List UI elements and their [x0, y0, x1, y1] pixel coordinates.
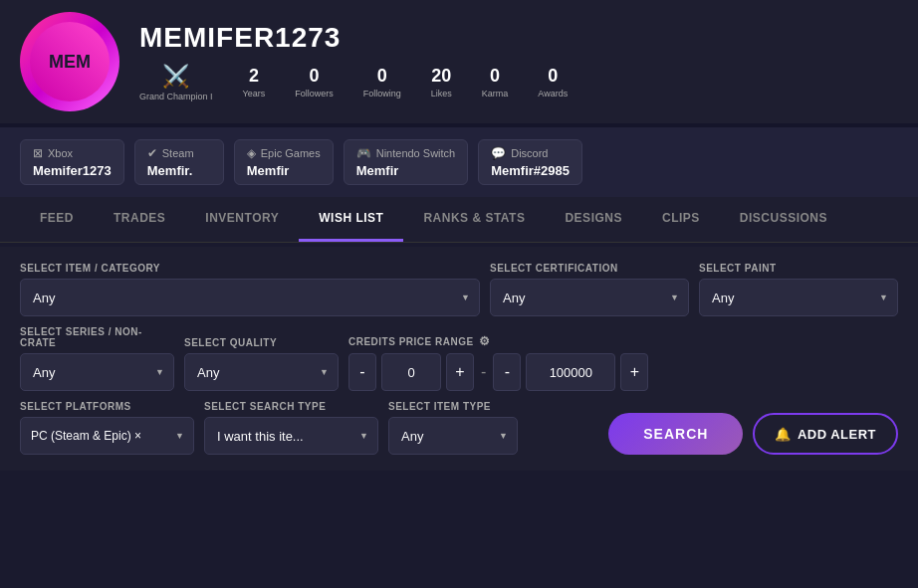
- stat-awards-label: Awards: [538, 89, 568, 98]
- stat-likes: 20 Likes: [431, 66, 452, 98]
- filter-item-category: SELECT ITEM / CATEGORY Any: [20, 263, 480, 316]
- item-type-select[interactable]: Any: [388, 417, 518, 455]
- search-type-label: SELECT SEARCH TYPE: [204, 401, 378, 412]
- search-button[interactable]: SEARCH: [608, 413, 743, 455]
- epic-username: Memfir: [247, 163, 321, 178]
- profile-header: MEM MEMIFER1273 ⚔️ Grand Champion I 2 Ye…: [0, 0, 918, 123]
- profile-username: MEMIFER1273: [139, 22, 898, 54]
- filter-platforms: SELECT PLATFORMS PC (Steam & Epic) ×: [20, 401, 194, 455]
- filter-row-2: SELECT SERIES / NON-CRATE Any SELECT QUA…: [20, 326, 898, 391]
- item-type-select-wrapper[interactable]: Any: [388, 417, 518, 455]
- item-category-label: SELECT ITEM / CATEGORY: [20, 263, 480, 274]
- series-select[interactable]: Any: [20, 353, 174, 391]
- filter-row-3: SELECT PLATFORMS PC (Steam & Epic) × SEL…: [20, 401, 898, 455]
- stat-followers-label: Followers: [295, 89, 334, 98]
- filter-quality: SELECT QUALITY Any: [184, 337, 339, 391]
- quality-select-wrapper[interactable]: Any: [184, 353, 339, 391]
- steam-username: Memfir.: [147, 163, 211, 178]
- tab-designs[interactable]: DESIGNS: [545, 197, 642, 242]
- filter-price-range: CREDITS PRICE RANGE ⚙ - + - - +: [348, 334, 898, 391]
- stat-karma-value: 0: [490, 66, 500, 87]
- stat-years-value: 2: [249, 66, 259, 87]
- discord-label: Discord: [511, 147, 548, 159]
- paint-select[interactable]: Any: [699, 279, 898, 316]
- max-decrease-button[interactable]: -: [493, 353, 521, 391]
- avatar-text: MEM: [49, 52, 91, 73]
- item-category-select[interactable]: Any: [20, 279, 480, 316]
- nintendo-label: Nintendo Switch: [376, 147, 456, 159]
- xbox-username: Memifer1273: [33, 163, 112, 178]
- search-type-select[interactable]: I want this ite...: [204, 417, 378, 455]
- price-separator: -: [479, 363, 488, 381]
- rank-badge: ⚔️ Grand Champion I: [139, 64, 213, 102]
- filter-section: SELECT ITEM / CATEGORY Any SELECT CERTIF…: [0, 247, 918, 471]
- stat-followers-value: 0: [309, 66, 319, 87]
- platform-nintendo: 🎮 Nintendo Switch Memfir: [344, 139, 469, 185]
- xbox-label: Xbox: [48, 147, 73, 159]
- steam-label: Steam: [162, 147, 194, 159]
- stat-karma-label: Karma: [482, 89, 509, 98]
- search-type-select-wrapper[interactable]: I want this ite...: [204, 417, 378, 455]
- series-label: SELECT SERIES / NON-CRATE: [20, 326, 174, 348]
- max-price-input[interactable]: [526, 353, 615, 391]
- steam-icon: ✔: [147, 146, 157, 160]
- quality-label: SELECT QUALITY: [184, 337, 339, 348]
- avatar-inner: MEM: [30, 22, 110, 101]
- stat-years-label: Years: [243, 89, 266, 98]
- platform-xbox: ⊠ Xbox Memifer1273: [20, 139, 124, 185]
- platforms-select-wrapper[interactable]: PC (Steam & Epic) ×: [20, 417, 194, 455]
- tab-feed[interactable]: FEED: [20, 197, 94, 242]
- min-decrease-button[interactable]: -: [348, 353, 376, 391]
- discord-username: Memfir#2985: [491, 163, 570, 178]
- price-range-inputs: - + - - +: [348, 353, 898, 391]
- max-increase-button[interactable]: +: [620, 353, 648, 391]
- platform-steam: ✔ Steam Memfir.: [134, 139, 224, 185]
- certification-select[interactable]: Any: [490, 279, 689, 316]
- tab-inventory[interactable]: INVENTORY: [185, 197, 299, 242]
- stat-awards: 0 Awards: [538, 66, 568, 98]
- item-category-select-wrapper[interactable]: Any: [20, 279, 480, 316]
- epic-label: Epic Games: [261, 147, 321, 159]
- platforms-bar: ⊠ Xbox Memifer1273 ✔ Steam Memfir. ◈ Epi…: [0, 127, 918, 197]
- settings-icon: ⚙: [479, 334, 491, 348]
- platforms-select[interactable]: PC (Steam & Epic) ×: [20, 417, 194, 455]
- min-price-input[interactable]: [381, 353, 441, 391]
- stat-followers: 0 Followers: [295, 66, 334, 98]
- price-range-label: CREDITS PRICE RANGE ⚙: [348, 334, 898, 348]
- platform-discord: 💬 Discord Memfir#2985: [478, 139, 582, 185]
- nintendo-username: Memfir: [356, 163, 456, 178]
- certification-label: SELECT CERTIFICATION: [490, 263, 689, 274]
- avatar: MEM: [20, 12, 119, 111]
- discord-icon: 💬: [491, 146, 506, 160]
- stat-following-value: 0: [377, 66, 387, 87]
- filter-certification: SELECT CERTIFICATION Any: [490, 263, 689, 316]
- filter-paint: SELECT PAINT Any: [699, 263, 898, 316]
- filter-item-type: SELECT ITEM TYPE Any: [388, 401, 518, 455]
- item-type-label: SELECT ITEM TYPE: [388, 401, 518, 412]
- stat-following-label: Following: [363, 89, 401, 98]
- filter-series: SELECT SERIES / NON-CRATE Any: [20, 326, 174, 391]
- tab-trades[interactable]: TRADES: [94, 197, 185, 242]
- tab-discussions[interactable]: DISCUSSIONS: [720, 197, 847, 242]
- quality-select[interactable]: Any: [184, 353, 339, 391]
- filter-row-1: SELECT ITEM / CATEGORY Any SELECT CERTIF…: [20, 263, 898, 316]
- stat-following: 0 Following: [363, 66, 401, 98]
- add-alert-button[interactable]: 🔔 ADD ALERT: [753, 413, 898, 455]
- filter-search-type: SELECT SEARCH TYPE I want this ite...: [204, 401, 378, 455]
- stat-awards-value: 0: [548, 66, 558, 87]
- certification-select-wrapper[interactable]: Any: [490, 279, 689, 316]
- series-select-wrapper[interactable]: Any: [20, 353, 174, 391]
- platform-epic: ◈ Epic Games Memfir: [234, 139, 334, 185]
- profile-stats: ⚔️ Grand Champion I 2 Years 0 Followers …: [139, 64, 898, 102]
- rank-icon: ⚔️: [162, 64, 189, 90]
- min-increase-button[interactable]: +: [446, 353, 474, 391]
- stat-likes-value: 20: [431, 66, 451, 87]
- nintendo-icon: 🎮: [356, 146, 371, 160]
- paint-select-wrapper[interactable]: Any: [699, 279, 898, 316]
- tab-ranks-stats[interactable]: RANKS & STATS: [403, 197, 545, 242]
- navigation-tabs: FEED TRADES INVENTORY WISH LIST RANKS & …: [0, 197, 918, 243]
- tab-clips[interactable]: CLIPS: [642, 197, 720, 242]
- tab-wish-list[interactable]: WISH LIST: [299, 197, 403, 242]
- stat-karma: 0 Karma: [482, 66, 509, 98]
- profile-info: MEMIFER1273 ⚔️ Grand Champion I 2 Years …: [139, 22, 898, 102]
